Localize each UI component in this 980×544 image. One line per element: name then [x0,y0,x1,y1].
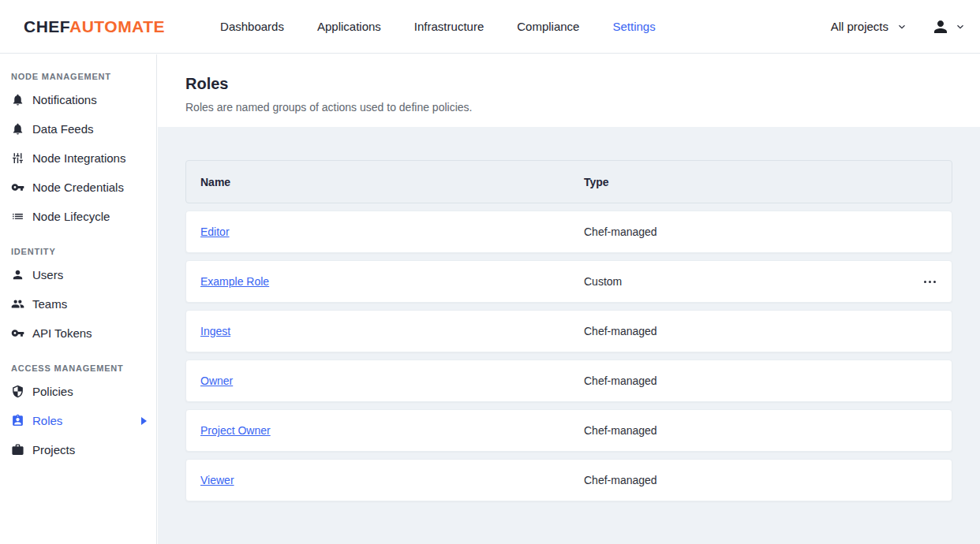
page-subtitle: Roles are named groups of actions used t… [185,101,952,114]
sidebar-item-users[interactable]: Users [0,260,156,289]
key-icon [11,326,24,340]
role-link-example-role[interactable]: Example Role [200,275,269,288]
sidebar-item-api-tokens[interactable]: API Tokens [0,319,156,348]
sidebar-item-label: Node Lifecycle [32,210,110,223]
table-row: Example Role Custom [185,260,952,303]
sidebar-item-node-lifecycle[interactable]: Node Lifecycle [0,202,156,231]
table-header-row: Name Type [185,160,952,203]
project-selector-dropdown[interactable]: All projects [831,20,907,33]
briefcase-icon [11,443,24,456]
ellipsis-icon [924,281,926,283]
sidebar-item-label: Users [32,268,63,281]
person-icon [11,268,24,281]
project-selector-label: All projects [831,20,888,33]
column-header-type: Type [584,176,937,188]
role-link-project-owner[interactable]: Project Owner [200,424,271,437]
sidebar-section-node-management: NODE MANAGEMENT [11,72,145,81]
role-type: Custom [584,275,922,288]
table-row: Project Owner Chef-managed [185,409,952,452]
role-type: Chef-managed [584,474,937,486]
table-row: Owner Chef-managed [185,360,952,402]
roles-table-area: Name Type Editor Chef-managed Example Ro… [158,127,980,544]
sidebar-item-roles[interactable]: Roles [0,406,156,435]
role-link-editor[interactable]: Editor [200,225,230,238]
sidebar-item-projects[interactable]: Projects [0,435,156,464]
table-row: Ingest Chef-managed [185,310,952,352]
person-icon [931,17,950,36]
table-row: Editor Chef-managed [185,211,952,253]
sidebar-item-label: Data Feeds [32,122,94,136]
sidebar-item-label: Projects [32,443,75,456]
nav-dashboards[interactable]: Dashboards [220,20,284,33]
bell-icon [11,122,24,136]
column-header-name: Name [200,176,584,188]
badge-icon [11,414,24,427]
sidebar-section-access-management: ACCESS MANAGEMENT [11,363,145,373]
page-header: Roles Roles are named groups of actions … [158,54,980,127]
main-content: Roles Roles are named groups of actions … [158,54,980,544]
logo-automate-text: AUTOMATE [69,17,165,35]
ellipsis-icon [933,281,936,283]
sidebar-section-identity: IDENTITY [11,247,145,256]
topnav-right-group: All projects [831,17,980,36]
sidebar-item-label: Roles [32,414,62,427]
user-menu-button[interactable] [931,17,966,36]
sidebar-item-teams[interactable]: Teams [0,289,156,319]
settings-sidebar: NODE MANAGEMENT Notifications Data Feeds… [0,54,157,544]
sidebar-item-policies[interactable]: Policies [0,377,156,406]
role-link-ingest[interactable]: Ingest [200,325,230,337]
role-type: Chef-managed [584,374,937,387]
role-link-owner[interactable]: Owner [200,374,233,387]
nav-infrastructure[interactable]: Infrastructure [414,20,484,33]
page-title: Roles [185,75,952,93]
role-type: Chef-managed [584,225,937,238]
role-type: Chef-managed [584,424,937,437]
sidebar-item-node-integrations[interactable]: Node Integrations [0,143,156,173]
key-icon [11,181,24,194]
nav-compliance[interactable]: Compliance [517,20,579,33]
nav-settings[interactable]: Settings [612,20,655,33]
sidebar-item-label: Node Credentials [32,181,124,194]
logo-chef-text: CHEF [24,17,69,35]
sidebar-item-label: Teams [32,297,67,311]
shield-icon [11,385,24,398]
people-icon [11,297,24,311]
primary-nav: Dashboards Applications Infrastructure C… [220,20,656,33]
role-link-viewer[interactable]: Viewer [200,474,234,486]
sidebar-item-node-credentials[interactable]: Node Credentials [0,173,156,202]
chef-automate-logo[interactable]: CHEFAUTOMATE [24,17,165,36]
chevron-down-icon [955,21,966,32]
role-type: Chef-managed [584,325,937,337]
table-row: Viewer Chef-managed [185,459,952,501]
active-indicator-icon [141,417,147,425]
sidebar-item-label: Node Integrations [32,151,125,165]
bell-icon [11,93,24,106]
list-icon [11,210,24,223]
ellipsis-icon [929,281,931,283]
sidebar-item-label: API Tokens [32,326,92,340]
sidebar-item-notifications[interactable]: Notifications [0,85,156,114]
sliders-icon [11,151,24,165]
chevron-down-icon [896,21,907,32]
sidebar-item-label: Policies [32,385,73,398]
top-navigation-bar: CHEFAUTOMATE Dashboards Applications Inf… [0,0,980,54]
row-menu-button[interactable] [922,276,937,288]
sidebar-item-data-feeds[interactable]: Data Feeds [0,114,156,143]
nav-applications[interactable]: Applications [317,20,381,33]
sidebar-item-label: Notifications [32,93,97,106]
